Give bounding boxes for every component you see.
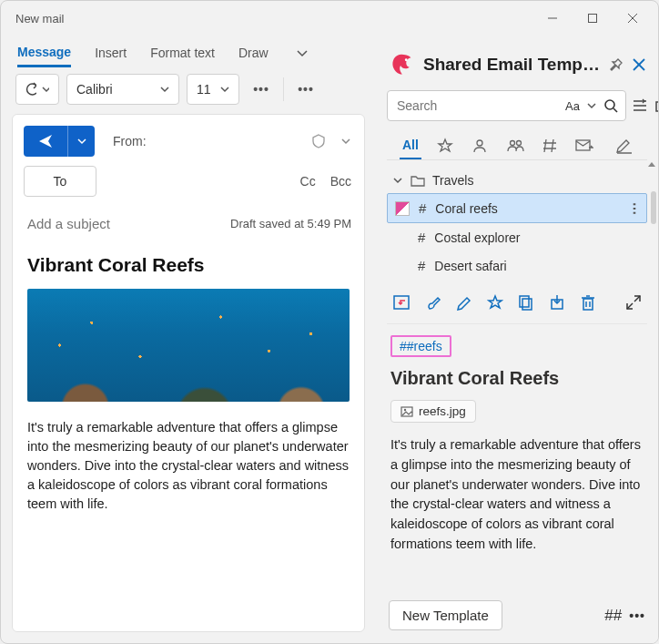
chevron-down-icon[interactable] (587, 101, 596, 110)
app-window: New mail Message Insert Format text Draw (0, 0, 659, 644)
filter-row: All (387, 121, 647, 160)
svg-line-8 (613, 108, 617, 112)
ribbon-tabs: Message Insert Format text Draw (12, 36, 365, 66)
from-label[interactable]: From: (113, 134, 147, 148)
templates-panel: Shared Email Temp… Aa (376, 36, 658, 643)
search-box[interactable]: Aa (387, 90, 626, 121)
template-item-coral-reefs[interactable]: # Coral reefs ⋯ (387, 193, 647, 223)
filter-favorites-icon[interactable] (434, 132, 456, 159)
shortcut-button[interactable]: ## (604, 607, 622, 625)
chevron-down-icon (220, 85, 229, 94)
search-input[interactable] (395, 97, 558, 114)
mail-paragraph: It's truly a remarkable adventure that o… (27, 418, 350, 514)
edit-icon[interactable] (456, 292, 472, 312)
template-tree: Travels # Coral reefs ⋯ # Costal explore… (387, 160, 647, 285)
search-icon[interactable] (603, 98, 618, 113)
expand-icon[interactable] (625, 292, 642, 312)
font-select[interactable]: Calibri (66, 74, 179, 105)
maximize-button[interactable] (573, 4, 613, 33)
svg-rect-1 (589, 15, 597, 23)
filter-mail-icon[interactable] (573, 133, 596, 158)
brush-icon[interactable] (425, 292, 441, 312)
insert-icon[interactable] (392, 292, 411, 312)
message-card: From: To Cc Bcc Dra (12, 114, 365, 632)
toolbar-overflow[interactable]: ••• (291, 74, 320, 105)
template-label: Coral reefs (435, 201, 497, 216)
item-menu-icon[interactable]: ⋯ (627, 201, 642, 215)
format-more[interactable]: ••• (247, 74, 276, 105)
scrollbar[interactable] (651, 191, 656, 224)
send-dropdown[interactable] (67, 126, 95, 157)
import-icon[interactable] (549, 292, 565, 312)
font-name: Calibri (76, 82, 113, 97)
copy-icon[interactable] (518, 292, 534, 312)
filter-hash-icon[interactable] (540, 133, 560, 158)
tab-insert[interactable]: Insert (95, 40, 127, 66)
hash-icon: # (419, 200, 426, 216)
favorite-icon[interactable] (487, 292, 503, 312)
tab-message[interactable]: Message (17, 39, 71, 67)
folder-label: Travels (432, 173, 473, 188)
template-item-costal-explorer[interactable]: # Costal explorer (387, 223, 647, 251)
panel-close-button[interactable] (633, 58, 645, 71)
bcc-button[interactable]: Bcc (330, 174, 351, 189)
format-toolbar: Calibri 11 ••• ••• (12, 66, 365, 114)
window-title: New mail (15, 12, 532, 26)
sensitivity-icon[interactable] (311, 134, 326, 148)
coral-reef-image (27, 289, 350, 402)
settings-list-icon[interactable] (632, 94, 648, 118)
font-size-select[interactable]: 11 (187, 74, 239, 105)
subject-row: Draft saved at 5:49 PM (13, 206, 364, 245)
new-template-button[interactable]: New Template (389, 600, 502, 630)
undo-button[interactable] (15, 74, 59, 105)
svg-rect-24 (522, 299, 532, 310)
template-item-desert-safari[interactable]: # Desert safari (387, 251, 647, 280)
template-actions (387, 285, 647, 324)
mail-body[interactable]: Vibrant Coral Reefs It's truly a remarka… (13, 245, 364, 528)
mail-heading: Vibrant Coral Reefs (27, 254, 350, 276)
attachment-name: reefs.jpg (419, 404, 466, 418)
pin-icon[interactable] (609, 57, 624, 72)
panel-header: Shared Email Temp… (376, 41, 658, 85)
ribbon-overflow[interactable] (292, 45, 312, 61)
filter-all[interactable]: All (400, 132, 421, 159)
app-logo-icon (389, 52, 414, 77)
tab-draw[interactable]: Draw (238, 40, 269, 66)
filter-signature-icon[interactable] (613, 132, 636, 159)
font-size: 11 (197, 82, 211, 97)
subject-input[interactable] (25, 215, 230, 232)
delete-icon[interactable] (580, 292, 596, 312)
open-external-icon[interactable] (654, 94, 659, 118)
send-row: From: (13, 115, 364, 166)
chevron-down-icon (392, 175, 403, 186)
filter-person-icon[interactable] (469, 132, 491, 159)
hash-icon: # (418, 258, 425, 273)
preview-heading: Vibrant Coral Reefs (390, 368, 644, 389)
send-button[interactable] (24, 126, 95, 157)
scroll-up-icon[interactable] (648, 162, 655, 167)
svg-point-36 (404, 408, 406, 410)
folder-icon (411, 174, 425, 187)
filter-team-icon[interactable] (503, 132, 527, 159)
folder-travels[interactable]: Travels (387, 168, 647, 193)
minimize-button[interactable] (532, 4, 573, 33)
close-button[interactable] (613, 4, 653, 33)
svg-line-18 (552, 139, 553, 152)
draft-status: Draft saved at 5:49 PM (230, 217, 351, 230)
svg-rect-25 (520, 296, 529, 307)
template-label: Desert safari (434, 259, 506, 273)
match-case-toggle[interactable]: Aa (565, 99, 580, 113)
tab-format-text[interactable]: Format text (150, 40, 215, 66)
svg-rect-28 (583, 299, 593, 310)
cc-button[interactable]: Cc (300, 174, 316, 189)
attachment-chip[interactable]: reefs.jpg (390, 400, 476, 423)
to-row: To Cc Bcc (13, 166, 364, 206)
svg-line-34 (627, 303, 633, 309)
svg-point-16 (516, 141, 521, 146)
search-row: Aa (387, 90, 647, 121)
header-expand[interactable] (340, 136, 351, 147)
to-input[interactable] (106, 166, 286, 197)
footer-more-icon[interactable]: ••• (629, 608, 645, 623)
shortcut-tag[interactable]: ##reefs (390, 335, 451, 357)
to-button[interactable]: To (24, 166, 96, 197)
